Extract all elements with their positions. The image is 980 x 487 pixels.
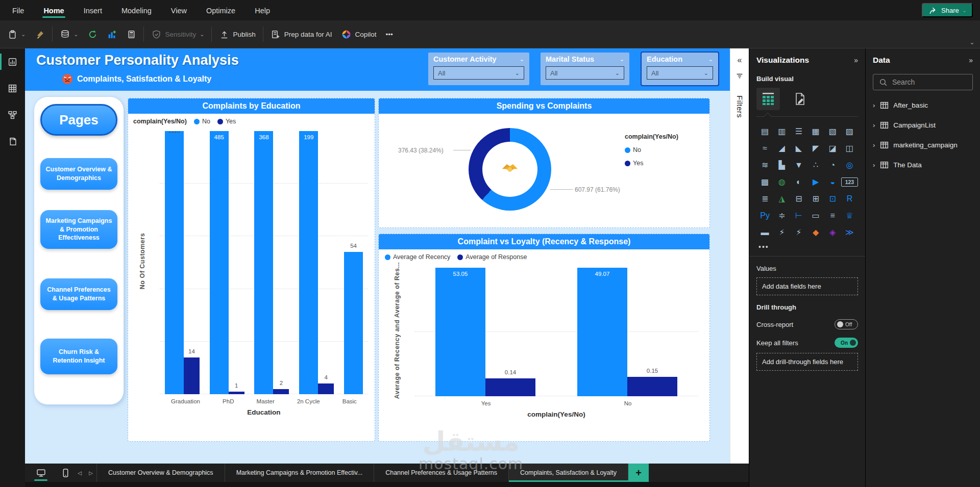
paginated-report-icon[interactable]: ▬ xyxy=(756,225,773,240)
bar-no-graduation[interactable]: 1113 xyxy=(165,131,184,394)
gauge-icon[interactable]: ◒ xyxy=(824,174,841,189)
waterfall-chart-icon[interactable]: ▙ xyxy=(773,158,790,172)
refresh-button[interactable] xyxy=(87,29,97,39)
card-icon[interactable]: 123 xyxy=(841,177,858,187)
line-and-clustered-column-chart-icon[interactable]: ◫ xyxy=(841,141,858,156)
new-visual-button[interactable] xyxy=(107,29,117,39)
prep-data-for-ai-button[interactable]: Prep data for AI xyxy=(271,29,332,39)
filter-dropdown[interactable]: All⌄ xyxy=(647,66,713,80)
chevron-down-icon[interactable]: ⌄ xyxy=(520,56,524,63)
add-data-fields-dropzone[interactable]: Add data fields here xyxy=(756,277,858,295)
expand-chevron-icon[interactable]: › xyxy=(873,161,875,169)
share-button[interactable]: Share ⌄ xyxy=(922,3,973,17)
visual-complaints-by-education[interactable]: Complaints by Educationcomplain(Yes/No)N… xyxy=(128,98,375,442)
100-stacked-column-chart-icon[interactable]: ▨ xyxy=(841,124,858,139)
rail-model-view[interactable] xyxy=(0,101,25,128)
bar-no-2n-cycle[interactable]: 199 xyxy=(299,131,318,394)
arcgis-map-icon[interactable]: ◆ xyxy=(807,225,824,240)
slicer-icon[interactable]: ⊟ xyxy=(790,191,807,206)
bar-no-master[interactable]: 368 xyxy=(254,131,273,394)
power-apps-visual-icon[interactable]: ◈ xyxy=(824,225,841,240)
filter-dropdown[interactable]: All⌄ xyxy=(546,66,624,80)
legend-item-yes[interactable]: Yes xyxy=(217,118,236,125)
add-drill-through-fields-dropzone[interactable]: Add drill-through fields here xyxy=(756,353,858,371)
stacked-bar-chart-icon[interactable]: ▤ xyxy=(756,124,773,139)
menu-item-help[interactable]: Help xyxy=(254,2,271,19)
sensitivity-button[interactable]: Sensitivity ⌄ xyxy=(151,29,204,39)
multi-row-card-icon[interactable]: ≣ xyxy=(756,191,773,206)
page-tab-customer-overview-demographics[interactable]: Customer Overview & Demographics xyxy=(96,464,225,482)
q-and-a-icon[interactable]: ▭ xyxy=(807,208,824,223)
rail-dax-query-view[interactable]: DAX xyxy=(0,128,25,155)
100-stacked-bar-chart-icon[interactable]: ▧ xyxy=(824,124,841,139)
visual-spending-vs-complaints[interactable]: Spending vs Complaints 376.43 (38.24%)60… xyxy=(378,98,710,228)
basic-area-chart-icon[interactable]: ◤ xyxy=(807,141,824,156)
table-item-after_basic[interactable]: › After_basic xyxy=(873,100,973,110)
table-item-the-data[interactable]: › The Data xyxy=(873,160,973,170)
legend-item-no[interactable]: No xyxy=(625,146,678,153)
matrix-icon[interactable]: ⊡ xyxy=(824,191,841,206)
copilot-button[interactable]: Copilot xyxy=(341,29,377,39)
menu-item-home[interactable]: Home xyxy=(42,2,65,19)
collapse-ribbon-icon[interactable]: ⌄ xyxy=(969,38,975,46)
bar-yes-master[interactable]: 2 xyxy=(273,389,289,394)
data-search-input[interactable]: Search xyxy=(873,74,973,90)
line-and-stacked-column-chart-icon[interactable]: ◪ xyxy=(824,141,841,156)
page-tab-marketing-campaigns-promotion-effectiv-[interactable]: Marketing Campaigns & Promotion Effectiv… xyxy=(225,464,374,482)
menu-item-view[interactable]: View xyxy=(170,2,188,19)
donut-chart-icon[interactable]: ◎ xyxy=(841,158,858,172)
bar-yes-2n-cycle[interactable]: 4 xyxy=(318,383,334,394)
area-chart-icon[interactable]: ◢ xyxy=(773,141,790,156)
page-tab-channel-preferences-usage-patterns[interactable]: Channel Preferences & Usage Patterns xyxy=(374,464,508,482)
decomposition-tree-icon[interactable]: ⊢ xyxy=(790,208,807,223)
page-nav-button-4[interactable]: Churn Risk & Retention Insight xyxy=(40,339,117,374)
legend-item-average-of-response[interactable]: Average of Response xyxy=(457,253,527,261)
cross-report-toggle[interactable]: Off xyxy=(835,319,858,329)
menu-item-optimize[interactable]: Optimize xyxy=(205,2,236,19)
desktop-view-icon[interactable] xyxy=(32,464,50,482)
chevron-down-icon[interactable]: ⌄ xyxy=(620,56,624,63)
page-tab-complaints-satisfaction-loyalty[interactable]: Complaints, Satisfaction & Loyalty xyxy=(508,464,628,482)
bar-average-of-response-yes[interactable]: 0.14 xyxy=(485,378,535,396)
expand-filters-icon[interactable]: « xyxy=(730,56,749,65)
next-page-arrow[interactable]: ▷ xyxy=(85,464,96,482)
paste-button[interactable]: ⌄ xyxy=(7,29,26,39)
bar-average-of-recency-yes[interactable]: 53.05 xyxy=(435,268,485,396)
tab-format-visual[interactable] xyxy=(788,88,812,110)
publish-button[interactable]: Publish xyxy=(219,29,255,39)
bar-no-phd[interactable]: 485 xyxy=(210,131,229,394)
tab-build-visual[interactable] xyxy=(756,88,780,110)
bar-yes-phd[interactable]: 1 xyxy=(229,392,244,394)
funnel-chart-icon[interactable]: ▼ xyxy=(790,158,807,172)
page-nav-button-2[interactable]: Marketing Campaigns & Promotion Effectiv… xyxy=(40,210,117,249)
new-measure-button[interactable] xyxy=(126,29,136,39)
expand-chevron-icon[interactable]: › xyxy=(873,141,875,149)
bar-average-of-recency-no[interactable]: 49.07 xyxy=(577,268,627,396)
filter-dropdown[interactable]: All⌄ xyxy=(433,66,524,80)
collapse-panel-icon[interactable]: » xyxy=(854,56,858,64)
ribbon-more-button[interactable]: ••• xyxy=(386,31,393,38)
key-influencers-icon[interactable]: ≑ xyxy=(773,208,790,223)
expand-chevron-icon[interactable]: › xyxy=(873,101,875,109)
bar-no-basic[interactable]: 54 xyxy=(344,252,363,394)
bar-average-of-response-no[interactable]: 0.15 xyxy=(627,377,677,396)
more-visuals-button[interactable]: ••• xyxy=(758,243,858,251)
kpi-icon[interactable]: ◮ xyxy=(773,191,790,206)
page-nav-button-3[interactable]: Channel Preferences & Usage Patterns xyxy=(40,278,117,310)
previous-page-arrow[interactable]: ◁ xyxy=(74,464,85,482)
new-page-button[interactable]: + xyxy=(628,464,649,482)
rail-report-view[interactable] xyxy=(0,48,25,75)
pie-chart-icon[interactable]: ◔ xyxy=(824,158,841,172)
get-data-button[interactable]: ⌄ xyxy=(60,29,78,39)
python-visual-icon[interactable]: Py xyxy=(756,208,773,223)
page-nav-button-1[interactable]: Customer Overview & Demographics xyxy=(40,158,117,190)
menu-item-modeling[interactable]: Modeling xyxy=(120,2,153,19)
scatter-chart-icon[interactable]: ∴ xyxy=(807,158,824,172)
power-automate-icon[interactable]: ≫ xyxy=(841,225,858,240)
metrics-icon[interactable]: ♕ xyxy=(841,208,858,223)
table-icon[interactable]: ⊞ xyxy=(807,191,824,206)
r-script-visual-icon[interactable]: R xyxy=(841,191,858,206)
automate-trigger-visual-icon[interactable]: ⚡ xyxy=(790,225,807,240)
table-item-campaignlist[interactable]: › CampaignList xyxy=(873,120,973,130)
smart-narrative-icon[interactable]: ≡ xyxy=(824,208,841,223)
